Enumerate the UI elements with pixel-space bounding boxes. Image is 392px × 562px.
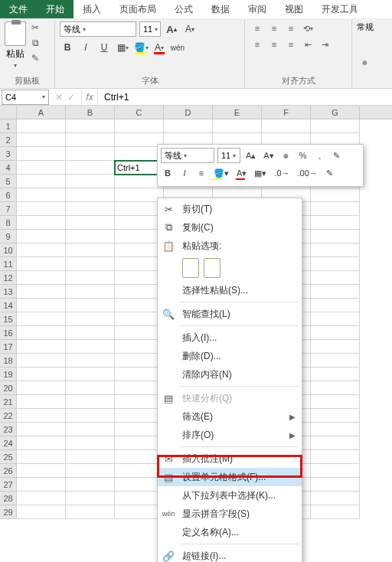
cell[interactable] — [66, 478, 115, 492]
row-header[interactable]: 14 — [0, 299, 17, 312]
cell[interactable] — [17, 133, 66, 147]
cell[interactable] — [17, 299, 66, 312]
cut-icon[interactable]: ✂ — [29, 21, 41, 34]
cell[interactable] — [66, 188, 115, 202]
col-header[interactable]: D — [164, 106, 213, 119]
align-top-icon[interactable]: ≡ — [250, 21, 265, 35]
ctx-delete[interactable]: 删除(D)... — [158, 347, 302, 365]
ctx-hyperlink[interactable]: 🔗超链接(I)... — [158, 547, 302, 562]
cell[interactable] — [17, 147, 66, 161]
cell[interactable] — [17, 340, 66, 354]
tab-formulas[interactable]: 公式 — [165, 0, 202, 18]
ctx-smart-lookup[interactable]: 🔍智能查找(L) — [158, 305, 302, 323]
mini-font-combo[interactable]: 等线▾ — [161, 148, 214, 163]
col-header[interactable]: B — [66, 106, 115, 119]
row-header[interactable]: 24 — [0, 436, 17, 450]
cell[interactable] — [17, 423, 66, 436]
increase-font-icon[interactable]: A▴ — [243, 148, 258, 163]
align-icon[interactable]: ≡ — [194, 165, 208, 181]
cell[interactable] — [17, 119, 66, 133]
cell[interactable] — [66, 395, 115, 409]
cell[interactable] — [66, 326, 115, 340]
font-color-button[interactable]: A▾ — [152, 40, 167, 55]
row-header[interactable]: 18 — [0, 354, 17, 368]
cell[interactable] — [262, 119, 311, 133]
cell[interactable] — [17, 436, 66, 450]
cell[interactable] — [17, 312, 66, 326]
ctx-sort[interactable]: 排序(O)▶ — [158, 426, 302, 444]
font-size-combo[interactable]: 11▾ — [139, 21, 161, 37]
cell[interactable] — [17, 464, 66, 478]
font-name-combo[interactable]: 等线▾ — [60, 21, 136, 37]
copy-icon[interactable]: ⧉ — [29, 37, 41, 49]
cell[interactable] — [17, 271, 66, 285]
font-color-icon[interactable]: A▾ — [234, 165, 249, 181]
pinyin-button[interactable]: wén — [170, 40, 185, 55]
cell[interactable] — [311, 478, 360, 492]
cell[interactable] — [17, 175, 66, 188]
fx-icon[interactable]: fx — [81, 90, 98, 105]
cell[interactable] — [164, 119, 213, 133]
cell[interactable] — [66, 216, 115, 230]
col-header[interactable]: E — [213, 106, 262, 119]
col-header[interactable]: F — [262, 106, 311, 119]
cell[interactable] — [311, 119, 360, 133]
ctx-paste-special[interactable]: 选择性粘贴(S)... — [158, 281, 302, 299]
cell[interactable] — [66, 147, 115, 161]
cell[interactable] — [66, 340, 115, 354]
align-middle-icon[interactable]: ≡ — [266, 21, 282, 35]
cell[interactable] — [311, 340, 360, 354]
cell[interactable] — [17, 216, 66, 230]
cell[interactable] — [311, 395, 360, 409]
col-header[interactable]: G — [311, 106, 360, 119]
cell[interactable] — [311, 409, 360, 423]
formula-input[interactable]: Ctrl+1 — [100, 92, 392, 103]
cell[interactable] — [213, 119, 262, 133]
cell[interactable] — [66, 257, 115, 271]
cell[interactable] — [66, 202, 115, 216]
border-button[interactable]: ▦▾ — [115, 40, 130, 55]
accounting-icon[interactable]: ⎈ — [279, 148, 293, 163]
mini-size-combo[interactable]: 11▾ — [217, 148, 240, 163]
ctx-clear[interactable]: 清除内容(N) — [158, 365, 302, 384]
ctx-pick-from-list[interactable]: 从下拉列表中选择(K)... — [158, 486, 302, 505]
row-header[interactable]: 26 — [0, 464, 17, 478]
cell[interactable] — [17, 354, 66, 368]
cell[interactable] — [17, 450, 66, 464]
cell[interactable] — [66, 464, 115, 478]
ctx-insert[interactable]: 插入(I)... — [158, 328, 302, 347]
format-painter-icon[interactable]: ✎ — [29, 52, 41, 64]
cell[interactable] — [311, 230, 360, 243]
align-center-icon[interactable]: ≡ — [266, 38, 282, 51]
cell[interactable] — [311, 216, 360, 230]
cancel-icon[interactable]: ✕ — [55, 92, 63, 103]
align-left-icon[interactable]: ≡ — [250, 38, 265, 51]
accounting-format-icon[interactable]: ⎈ — [357, 55, 372, 69]
cell[interactable] — [17, 409, 66, 423]
bold-button[interactable]: B — [161, 165, 175, 181]
decrease-indent-icon[interactable]: ⇤ — [300, 38, 315, 51]
row-header[interactable]: 4 — [0, 161, 17, 175]
col-header[interactable]: C — [115, 106, 164, 119]
tab-file[interactable]: 文件 — [0, 0, 37, 18]
cell[interactable] — [66, 299, 115, 312]
cell[interactable] — [311, 354, 360, 368]
ctx-insert-comment[interactable]: ✉插入批注(M) — [158, 449, 302, 468]
increase-font-icon[interactable]: A▴ — [164, 21, 179, 37]
tab-dev[interactable]: 开发工具 — [312, 0, 368, 18]
ctx-format-cells[interactable]: ▤设置单元格格式(F)... — [158, 468, 302, 486]
paste-button[interactable]: 粘贴 ▾ — [5, 21, 26, 69]
format-painter-icon[interactable]: ✎ — [330, 148, 344, 163]
cell[interactable] — [66, 271, 115, 285]
ctx-cut[interactable]: ✂剪切(T) — [158, 200, 302, 218]
row-header[interactable]: 16 — [0, 326, 17, 340]
cell[interactable] — [17, 285, 66, 299]
fill-color-button[interactable]: 🪣▾ — [133, 40, 149, 55]
cell[interactable] — [66, 354, 115, 368]
cell[interactable] — [311, 423, 360, 436]
align-right-icon[interactable]: ≡ — [283, 38, 299, 51]
enter-icon[interactable]: ✓ — [67, 92, 75, 103]
tab-review[interactable]: 审阅 — [239, 0, 276, 18]
row-header[interactable]: 29 — [0, 505, 17, 519]
cell[interactable] — [17, 257, 66, 271]
